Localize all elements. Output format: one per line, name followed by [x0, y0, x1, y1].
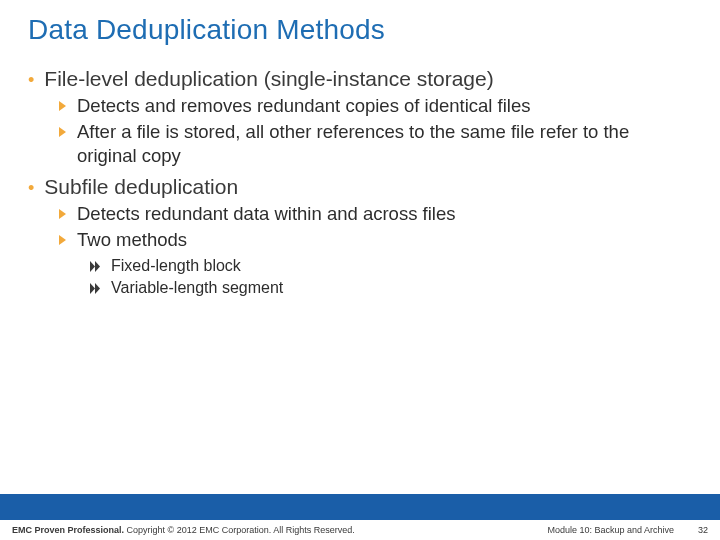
bullet-row: • Subfile deduplication	[28, 174, 692, 200]
bullet-dot-icon: •	[28, 68, 34, 92]
footer-page-number: 32	[698, 525, 708, 535]
footer-copyright: EMC Proven Professional. Copyright © 201…	[12, 525, 355, 535]
bullet-dot-icon: •	[28, 176, 34, 200]
slide: Data Deduplication Methods • File-level …	[0, 0, 720, 540]
arrow-right-icon	[58, 202, 67, 220]
bullet-text: Detects and removes redundant copies of …	[77, 94, 531, 118]
double-arrow-icon	[90, 256, 101, 272]
footer-right: Module 10: Backup and Archive 32	[547, 525, 708, 535]
bullet-level2-group: Detects redundant data within and across…	[58, 202, 692, 298]
bullet-text: Subfile deduplication	[44, 174, 238, 200]
bullet-row: Two methods	[58, 228, 692, 252]
double-arrow-icon	[90, 278, 101, 294]
bullet-level2-group: Detects and removes redundant copies of …	[58, 94, 692, 168]
slide-content: • File-level deduplication (single-insta…	[0, 46, 720, 298]
bullet-row: Detects and removes redundant copies of …	[58, 94, 692, 118]
bullet-text: Fixed-length block	[111, 256, 241, 276]
bullet-level3-group: Fixed-length block Variable-length segme…	[90, 256, 692, 298]
bullet-text: Detects redundant data within and across…	[77, 202, 455, 226]
bullet-row: • File-level deduplication (single-insta…	[28, 66, 692, 92]
footer-module: Module 10: Backup and Archive	[547, 525, 674, 535]
bullet-text: After a file is stored, all other refere…	[77, 120, 667, 168]
bullet-row: Detects redundant data within and across…	[58, 202, 692, 226]
bullet-text: Two methods	[77, 228, 187, 252]
bullet-row: Variable-length segment	[90, 278, 692, 298]
bullet-level1: • Subfile deduplication Detects redundan…	[28, 174, 692, 298]
arrow-right-icon	[58, 228, 67, 246]
footer-band	[0, 494, 720, 520]
slide-title: Data Deduplication Methods	[0, 0, 720, 46]
arrow-right-icon	[58, 120, 67, 138]
bullet-row: Fixed-length block	[90, 256, 692, 276]
footer-copyright-text: Copyright © 2012 EMC Corporation. All Ri…	[124, 525, 355, 535]
bullet-row: After a file is stored, all other refere…	[58, 120, 692, 168]
bullet-text: Variable-length segment	[111, 278, 283, 298]
footer: EMC Proven Professional. Copyright © 201…	[0, 520, 720, 540]
footer-brand: EMC Proven Professional.	[12, 525, 124, 535]
arrow-right-icon	[58, 94, 67, 112]
bullet-level1: • File-level deduplication (single-insta…	[28, 66, 692, 168]
bullet-text: File-level deduplication (single-instanc…	[44, 66, 493, 92]
